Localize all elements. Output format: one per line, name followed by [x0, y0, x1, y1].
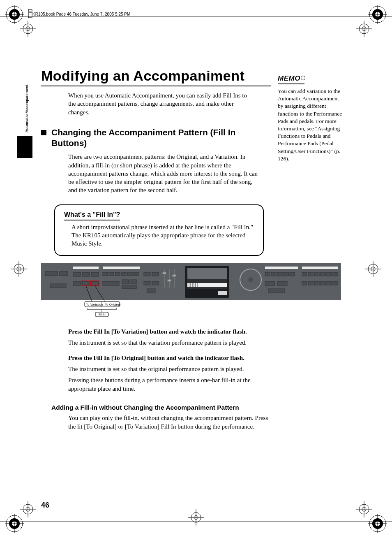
svg-rect-60 [91, 281, 99, 285]
svg-rect-53 [51, 284, 66, 288]
panel-callout-to-variation: To Variation [86, 303, 103, 306]
svg-rect-117 [333, 281, 338, 285]
page-number: 46 [41, 501, 49, 510]
svg-rect-103 [277, 281, 287, 285]
svg-rect-58 [73, 281, 81, 285]
pdf-header-line: KR105.book Page 46 Tuesday, June 7, 2005… [32, 12, 130, 16]
panel-callout-to-original: To Original [105, 303, 120, 306]
svg-rect-114 [314, 281, 319, 285]
svg-rect-51 [45, 271, 58, 276]
svg-rect-63 [109, 272, 114, 276]
instruction-block: Press the Fill In [To Variation] button … [68, 327, 262, 393]
svg-rect-100 [284, 272, 288, 276]
svg-rect-65 [121, 272, 126, 276]
svg-rect-109 [321, 272, 325, 276]
svg-rect-96 [265, 267, 298, 269]
svg-rect-104 [268, 289, 285, 292]
book-icon [28, 9, 33, 18]
svg-rect-74 [144, 281, 150, 285]
svg-rect-64 [115, 272, 120, 276]
svg-rect-56 [82, 272, 90, 276]
instruction-2-body-2: Pressing these buttons during a performa… [68, 376, 262, 393]
svg-rect-75 [152, 281, 159, 285]
callout-body: A short improvisational phrase inserted … [71, 223, 254, 248]
section-heading: Changing the Accompaniment Pattern (Fill… [51, 127, 261, 149]
section-bullet-icon [41, 130, 46, 135]
subsection-body: You can play only the fill-in, without c… [68, 414, 270, 431]
svg-rect-101 [290, 272, 295, 276]
svg-rect-72 [144, 272, 150, 276]
edge-target-mid-right [365, 261, 381, 277]
side-tab-label: Automatic Accompaniment [25, 85, 29, 132]
side-tab-block [17, 136, 32, 158]
svg-rect-108 [314, 272, 319, 276]
svg-rect-111 [333, 272, 338, 276]
svg-rect-107 [308, 272, 313, 276]
svg-rect-62 [103, 272, 108, 276]
callout-title: What's a "Fill In"? [64, 211, 120, 220]
panel-callout-fill-in: Fill In [99, 313, 106, 316]
svg-rect-54 [73, 267, 99, 269]
svg-rect-66 [127, 272, 132, 276]
svg-rect-99 [277, 272, 282, 276]
svg-rect-59 [82, 281, 90, 285]
instruction-2-body: The instrument is set so that the origin… [68, 365, 262, 373]
svg-rect-112 [302, 281, 307, 285]
crop-line-bottom [0, 522, 392, 522]
svg-rect-67 [134, 272, 138, 276]
page-content: Modifying an Accompaniment When you use … [41, 68, 349, 431]
svg-rect-106 [302, 272, 307, 276]
svg-rect-69 [122, 280, 129, 283]
svg-rect-78 [163, 272, 166, 274]
svg-rect-57 [91, 272, 99, 276]
svg-rect-98 [271, 272, 276, 276]
keyboard-panel-illustration: To Variation To Original Fill In [41, 263, 341, 318]
page-title: Modifying an Accompaniment [41, 68, 349, 84]
instruction-2-heading: Press the Fill In [To Original] button a… [68, 354, 262, 362]
svg-rect-68 [103, 281, 119, 285]
svg-rect-73 [152, 272, 159, 276]
edge-target-top-left [20, 21, 36, 37]
svg-rect-93 [218, 291, 227, 295]
svg-rect-86 [187, 283, 227, 287]
svg-point-95 [248, 277, 253, 282]
svg-rect-116 [327, 281, 332, 285]
section-heading-row: Changing the Accompaniment Pattern (Fill… [41, 127, 263, 149]
svg-rect-113 [308, 281, 313, 285]
svg-rect-70 [130, 280, 136, 283]
edge-target-bottom-left [20, 501, 36, 517]
instruction-1-body: The instrument is set so that the variat… [68, 339, 262, 347]
svg-rect-80 [168, 280, 171, 281]
svg-rect-110 [327, 272, 332, 276]
edge-target-bottom-right [356, 501, 372, 517]
svg-rect-82 [173, 275, 176, 276]
svg-rect-61 [103, 267, 140, 269]
svg-rect-97 [265, 272, 270, 276]
callout-box: What's a "Fill In"? A short improvisatio… [54, 204, 264, 256]
subsection-heading: Adding a Fill-in without Changing the Ac… [51, 404, 263, 411]
svg-rect-102 [265, 281, 275, 285]
edge-target-bottom-mid [188, 509, 204, 526]
edge-target-mid-left [11, 261, 27, 277]
svg-rect-76 [147, 289, 155, 292]
svg-rect-105 [302, 267, 338, 269]
svg-rect-71 [122, 285, 136, 289]
svg-rect-52 [60, 271, 68, 276]
instruction-1-heading: Press the Fill In [To Variation] button … [68, 327, 262, 336]
svg-rect-115 [321, 281, 325, 285]
svg-rect-55 [73, 272, 81, 276]
edge-target-top-right [356, 21, 372, 37]
intro-paragraph: When you use Automatic Accompaniment, yo… [68, 91, 255, 116]
title-rule [41, 86, 271, 86]
section-body: There are two accompaniment patterns: th… [68, 153, 262, 194]
